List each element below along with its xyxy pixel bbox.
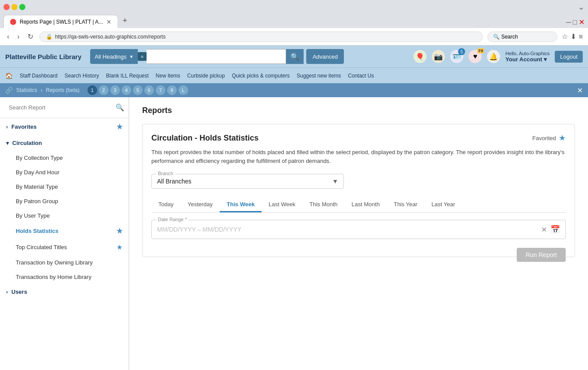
sidebar-item-by-day-and-hour[interactable]: By Day And Hour — [0, 165, 129, 180]
window-expand-button[interactable]: ⌄ — [578, 2, 584, 12]
bookmark-button[interactable]: ☆ — [562, 32, 568, 41]
address-text: https://qa-swls-verso.auto-graphics.com/… — [55, 34, 166, 40]
breadcrumb-num-l[interactable]: L — [178, 85, 188, 95]
date-tab-last-month[interactable]: Last Month — [345, 197, 387, 212]
sidebar-item-by-material-type[interactable]: By Material Type — [0, 180, 129, 194]
favorites-star-icon: ★ — [116, 123, 122, 131]
forward-button[interactable]: › — [15, 32, 21, 42]
close-button[interactable]: ✕ — [579, 18, 584, 26]
breadcrumb-num-6[interactable]: 6 — [144, 85, 154, 95]
sidebar-items: › Favorites ★ ▾ Circulation By Collectio… — [0, 118, 129, 370]
balloon-icon: 🎈 — [413, 50, 427, 63]
sidebar-search-input[interactable] — [4, 101, 113, 114]
window-close-button[interactable] — [4, 4, 10, 10]
browser-titlebar: ⌄ — [0, 0, 588, 14]
date-clear-button[interactable]: ✕ — [541, 226, 547, 234]
sidebar-item-holds-statistics[interactable]: Holds Statistics ★ — [0, 223, 129, 239]
sidebar-group-users[interactable]: › Users — [0, 284, 129, 300]
window-maximize-button[interactable] — [19, 4, 25, 10]
date-tab-this-year[interactable]: This Year — [387, 197, 424, 212]
bell-icon: 🔔 — [487, 50, 500, 63]
breadcrumb-reports[interactable]: Reports (beta) — [46, 87, 80, 93]
sidebar: 🔍 › Favorites ★ ▾ Circulation By Collect… — [0, 97, 129, 370]
breadcrumb-num-1[interactable]: 1 — [88, 85, 97, 95]
minimize-button[interactable]: ─ — [566, 18, 571, 26]
breadcrumb-link-icon: 🔗 — [5, 87, 13, 94]
date-calendar-button[interactable]: 📅 — [550, 225, 560, 234]
window-minimize-button[interactable] — [11, 4, 18, 10]
sidebar-search-icon[interactable]: 🔍 — [116, 103, 124, 112]
breadcrumb-num-8[interactable]: 8 — [167, 85, 177, 95]
sidebar-item-by-collection-type[interactable]: By Collection Type — [0, 151, 129, 165]
reload-button[interactable]: ↻ — [26, 32, 35, 42]
sidebar-item-transaction-owning[interactable]: Transaction by Owning Library — [0, 255, 129, 270]
tab-close-button[interactable]: ✕ — [106, 18, 112, 25]
nav-new-items[interactable]: New items — [156, 73, 180, 79]
breadcrumb-bar: 🔗 Statistics › Reports (beta) 1 2 3 4 5 … — [0, 83, 588, 97]
date-range-field[interactable]: Date Range * MM/DD/YYYY – MM/DD/YYYY ✕ 📅 — [151, 220, 566, 239]
search-icon: 🔍 — [493, 34, 500, 40]
branch-select[interactable]: All Branches ▼ — [157, 178, 338, 185]
date-tab-this-week[interactable]: This Week — [220, 197, 262, 212]
back-button[interactable]: ‹ — [5, 32, 11, 42]
sidebar-item-by-patron-group[interactable]: By Patron Group — [0, 194, 129, 208]
nav-search-history[interactable]: Search History — [65, 73, 99, 79]
breadcrumb-close-button[interactable]: ✕ — [577, 86, 583, 95]
main-search-input[interactable] — [147, 49, 286, 64]
search-submit-button[interactable]: 🔍 — [286, 49, 304, 64]
search-type-dropdown[interactable]: All Headings ▼ — [90, 49, 138, 64]
search-placeholder: Search — [501, 34, 518, 40]
search-type-label: All Headings — [94, 53, 126, 60]
nav-suggest[interactable]: Suggest new items — [297, 73, 341, 79]
date-tab-last-week[interactable]: Last Week — [262, 197, 302, 212]
restore-button[interactable]: □ — [573, 18, 577, 26]
by-material-type-label: By Material Type — [16, 183, 58, 190]
settings-button[interactable]: ≡ — [579, 33, 583, 41]
sidebar-item-top-circulated[interactable]: Top Circulated Titles ★ — [0, 239, 129, 255]
camera-icon-button[interactable]: 📷 — [432, 50, 445, 63]
sidebar-item-by-user-type[interactable]: By User Type — [0, 208, 129, 223]
breadcrumb-num-7[interactable]: 7 — [156, 85, 165, 95]
tab-favicon — [10, 19, 16, 25]
download-button[interactable]: ⬇ — [570, 32, 576, 41]
breadcrumb-num-3[interactable]: 3 — [110, 85, 120, 95]
date-range-icons: ✕ 📅 — [541, 225, 560, 234]
sidebar-search: 🔍 — [0, 97, 129, 118]
favorited-section: Favorited ★ — [532, 133, 566, 143]
nav-staff-dashboard[interactable]: Staff Dashboard — [20, 73, 58, 79]
run-report-button[interactable]: Run Report — [517, 248, 566, 262]
browser-tab-active[interactable]: Reports Page | SWLS | PLATT | A... ✕ — [4, 15, 118, 28]
branch-field-wrapper: Branch All Branches ▼ — [151, 174, 344, 189]
advanced-search-button[interactable]: Advanced — [306, 49, 344, 64]
circulation-label: Circulation — [12, 140, 42, 146]
breadcrumb-numbers: 1 2 3 4 5 6 7 8 L — [88, 85, 188, 95]
logout-button[interactable]: Logout — [555, 51, 583, 63]
account-name-link[interactable]: Your Account ▾ — [505, 56, 550, 63]
browser-search-box[interactable]: 🔍 Search — [487, 32, 557, 42]
nav-home-link[interactable]: 🏠 — [5, 72, 13, 79]
address-bar[interactable]: 🔒 https://qa-swls-verso.auto-graphics.co… — [39, 32, 483, 42]
date-tab-this-month[interactable]: This Month — [302, 197, 344, 212]
date-tab-last-year[interactable]: Last Year — [424, 197, 462, 212]
branch-field[interactable]: Branch All Branches ▼ — [151, 174, 344, 189]
nav-blank-ill[interactable]: Blank ILL Request — [106, 73, 149, 79]
sidebar-item-transactions-home[interactable]: Transactions by Home Library — [0, 270, 129, 284]
breadcrumb-num-4[interactable]: 4 — [122, 85, 131, 95]
card-icon-button[interactable]: 🪪 5 — [450, 50, 463, 63]
balloon-icon-button[interactable]: 🎈 — [413, 50, 427, 63]
new-tab-button[interactable]: + — [118, 14, 132, 28]
date-tab-yesterday[interactable]: Yesterday — [181, 197, 220, 212]
favorited-star-icon[interactable]: ★ — [559, 133, 566, 143]
nav-quick-picks[interactable]: Quick picks & computers — [232, 73, 290, 79]
branch-dropdown-arrow-icon: ▼ — [332, 178, 338, 185]
heart-icon-button[interactable]: ♥ F9 — [469, 50, 482, 63]
date-tab-today[interactable]: Today — [151, 197, 181, 212]
nav-curbside[interactable]: Curbside pickup — [187, 73, 225, 79]
breadcrumb-num-5[interactable]: 5 — [133, 85, 143, 95]
sidebar-group-favorites[interactable]: › Favorites ★ — [0, 118, 129, 135]
bell-icon-button[interactable]: 🔔 — [487, 50, 500, 63]
sidebar-group-circulation[interactable]: ▾ Circulation — [0, 135, 129, 151]
nav-contact[interactable]: Contact Us — [348, 73, 374, 79]
breadcrumb-num-2[interactable]: 2 — [99, 85, 108, 95]
breadcrumb-statistics[interactable]: Statistics — [16, 87, 37, 93]
